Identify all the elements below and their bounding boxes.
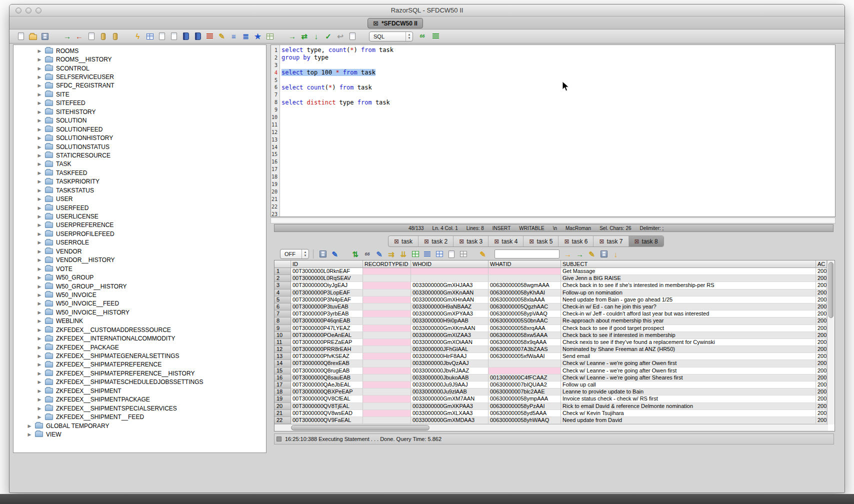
disclosure-triangle-icon[interactable]: ▶ — [37, 371, 42, 376]
disclosure-triangle-icon[interactable]: ▶ — [37, 292, 42, 298]
tree-item-weblink[interactable]: ▶WEBLINK — [14, 317, 266, 326]
result-tab-task-3[interactable]: ⊠task 3 — [453, 236, 488, 246]
tree-item-rooms[interactable]: ▶ROOMS — [14, 46, 266, 55]
column-header-ac[interactable]: AC — [816, 260, 827, 268]
close-tab-icon[interactable]: ⊠ — [529, 238, 534, 245]
tree-item-zkfedex-package[interactable]: ▶ZKFEDEX__PACKAGE — [14, 343, 266, 352]
tree-item-zkfedex-shipmentpackage[interactable]: ▶ZKFEDEX__SHIPMENTPACKAGE — [14, 396, 266, 404]
disclosure-triangle-icon[interactable]: ▶ — [37, 397, 42, 402]
copy-grid-icon[interactable] — [458, 249, 468, 260]
tree-item-sitehistory[interactable]: ▶SITEHISTORY — [14, 108, 266, 116]
tree-item-task[interactable]: ▶TASK — [14, 160, 266, 168]
vertical-scroll-thumb[interactable] — [828, 262, 834, 318]
disclosure-triangle-icon[interactable]: ▶ — [37, 232, 42, 236]
disconnect-icon[interactable]: ← — [74, 31, 84, 42]
format-sql-icon[interactable]: ≣ — [240, 31, 251, 42]
tree-item-userfeed[interactable]: ▶USERFEED — [14, 204, 266, 212]
tree-item-vendor[interactable]: ▶VENDOR — [14, 247, 266, 256]
export-results-icon[interactable]: → — [574, 249, 585, 260]
close-tab-icon[interactable]: ⊠ — [564, 238, 569, 245]
table-row[interactable]: 1300T3000000PfvKSEAZ0033000000HirF8AAJ00… — [274, 353, 834, 360]
disclosure-triangle-icon[interactable]: ▶ — [37, 380, 42, 384]
tree-item-w50-invoice[interactable]: ▶W50_INVOICE — [14, 290, 266, 299]
tree-item-view[interactable]: ▶VIEW — [14, 430, 266, 438]
book-icon[interactable] — [180, 31, 191, 42]
table-row[interactable]: 900T3000000P47LYEAZ0033000000GmXKmAAN006… — [274, 325, 834, 332]
table-bookmark-icon[interactable] — [264, 31, 275, 42]
document-tab[interactable]: ⊠ *SFDCW50 II — [368, 18, 423, 28]
tree-item-zkfedex-shipment[interactable]: ▶ZKFEDEX__SHIPMENT — [14, 386, 266, 395]
column-view-icon[interactable] — [434, 249, 444, 260]
tree-item-zkfedex-internationalcommodity[interactable]: ▶ZKFEDEX__INTERNATIONALCOMMODITY — [14, 334, 266, 342]
table-row[interactable]: 1900T3000000QV8CfEAL0033000000GmXM7AAN00… — [274, 396, 834, 402]
disclosure-triangle-icon[interactable]: ▶ — [37, 162, 42, 166]
disclosure-triangle-icon[interactable]: ▶ — [37, 196, 42, 202]
limit-select[interactable]: OFF ▲▼ — [280, 249, 309, 259]
result-tab-task[interactable]: ⊠task — [388, 236, 418, 246]
result-tab-task-2[interactable]: ⊠task 2 — [418, 236, 453, 246]
disclosure-triangle-icon[interactable]: ▶ — [37, 336, 42, 341]
close-tab-icon[interactable]: ⊠ — [494, 238, 499, 245]
disclosure-triangle-icon[interactable]: ▶ — [37, 222, 42, 228]
save-file-icon[interactable] — [40, 31, 50, 42]
disclosure-triangle-icon[interactable]: ▶ — [37, 127, 42, 132]
tree-item-userrole[interactable]: ▶USERROLE — [14, 238, 266, 247]
close-tab-icon[interactable]: ⊠ — [394, 238, 399, 245]
disclosure-triangle-icon[interactable]: ▶ — [37, 179, 42, 184]
disclosure-triangle-icon[interactable]: ▶ — [37, 100, 42, 106]
align-lines-icon[interactable]: ≡ — [228, 31, 239, 42]
table-row[interactable]: 1500T3000000Q8rugEAB0033000000JbvRJAAZCh… — [274, 368, 834, 374]
tree-item-userpreference[interactable]: ▶USERPREFERENCE — [14, 221, 266, 230]
tree-item-zkfedex-shipment-feed[interactable]: ▶ZKFEDEX__SHIPMENT__FEED — [14, 412, 266, 421]
result-tab-task-5[interactable]: ⊠task 5 — [523, 236, 558, 246]
edit-notes-icon[interactable]: ✎ — [586, 249, 597, 260]
export-doc-icon[interactable] — [156, 31, 167, 42]
grid-vertical-scrollbar[interactable] — [827, 260, 834, 424]
table-row[interactable]: 200T3000000L0RqSEAVGive Jenn a BIG RAISE… — [274, 275, 834, 282]
disclosure-triangle-icon[interactable]: ▶ — [37, 318, 42, 324]
disclosure-triangle-icon[interactable]: ▶ — [37, 48, 42, 54]
tree-item-zkfedex-shipmategeneralsettings[interactable]: ▶ZKFEDEX__SHIPMATEGENERALSETTINGS — [14, 352, 266, 360]
tree-item-solution[interactable]: ▶SOLUTION — [14, 116, 266, 125]
table-row[interactable]: 1400T3000000Q8rexEAB0033000000JbvQzAAJCh… — [274, 360, 834, 367]
tree-item-zkfedex-shipmatepreference[interactable]: ▶ZKFEDEX__SHIPMATEPREFERENCE — [14, 360, 266, 369]
close-window-icon[interactable] — [16, 8, 22, 14]
table-row[interactable]: 1800T3000000QBXPeEAP0033000000Ju9zlAAB00… — [274, 388, 834, 396]
disclosure-triangle-icon[interactable]: ▶ — [37, 66, 42, 71]
reload-grid-icon[interactable] — [410, 249, 420, 260]
disclosure-triangle-icon[interactable]: ▶ — [27, 424, 32, 428]
tree-item-solutionhistory[interactable]: ▶SOLUTIONHISTORY — [14, 134, 266, 142]
disclosure-triangle-icon[interactable]: ▶ — [37, 240, 42, 245]
editor-horizontal-scrollbar[interactable] — [270, 218, 836, 224]
column-header-recordtypeid[interactable]: RECORDTYPEID — [363, 260, 411, 268]
grid-search-input[interactable] — [494, 250, 560, 258]
fetch-down-icon[interactable]: ↓ — [311, 31, 322, 42]
help-book-icon[interactable] — [192, 31, 203, 42]
column-header-whoid[interactable]: WHOID — [411, 260, 488, 268]
table-row[interactable]: 2000T3000000QV8TjEAL0033000000GmXKPAA300… — [274, 403, 834, 410]
table-row[interactable]: 600T3000000P3tuvEAB0033000000H9aNBAAZ006… — [274, 304, 834, 310]
close-document-icon[interactable]: ⊠ — [373, 20, 378, 27]
tree-item-scontrol[interactable]: ▶SCONTROL — [14, 64, 266, 72]
copy-cells-icon[interactable] — [446, 249, 456, 260]
insert-row-icon[interactable]: ⇉ — [386, 249, 396, 260]
minimize-window-icon[interactable] — [26, 8, 32, 14]
results-grid-icon[interactable] — [144, 31, 155, 42]
tree-item-vote[interactable]: ▶VOTE — [14, 264, 266, 273]
rollback-undo-icon[interactable]: ↩ — [335, 31, 346, 42]
disclosure-triangle-icon[interactable]: ▶ — [37, 136, 42, 140]
db-icon[interactable] — [110, 31, 120, 42]
list-view-icon[interactable] — [204, 31, 215, 42]
disclosure-triangle-icon[interactable]: ▶ — [37, 354, 42, 358]
tree-item-sitefeed[interactable]: ▶SITEFEED — [14, 99, 266, 108]
execute-sql-icon[interactable]: → — [287, 31, 298, 42]
tree-item-selfserviceuser[interactable]: ▶SELFSERVICEUSER — [14, 72, 266, 81]
statement-type-select[interactable]: SQL ▲▼ — [369, 32, 413, 42]
tree-item-user[interactable]: ▶USER — [14, 194, 266, 203]
disclosure-triangle-icon[interactable]: ▶ — [37, 74, 42, 80]
disclosure-triangle-icon[interactable]: ▶ — [37, 57, 42, 62]
disclosure-triangle-icon[interactable]: ▶ — [37, 328, 42, 332]
row-view-icon[interactable] — [422, 249, 432, 260]
tree-item-sfdc-registrant[interactable]: ▶SFDC_REGISTRANT — [14, 82, 266, 90]
copy-connection-icon[interactable] — [86, 31, 96, 42]
